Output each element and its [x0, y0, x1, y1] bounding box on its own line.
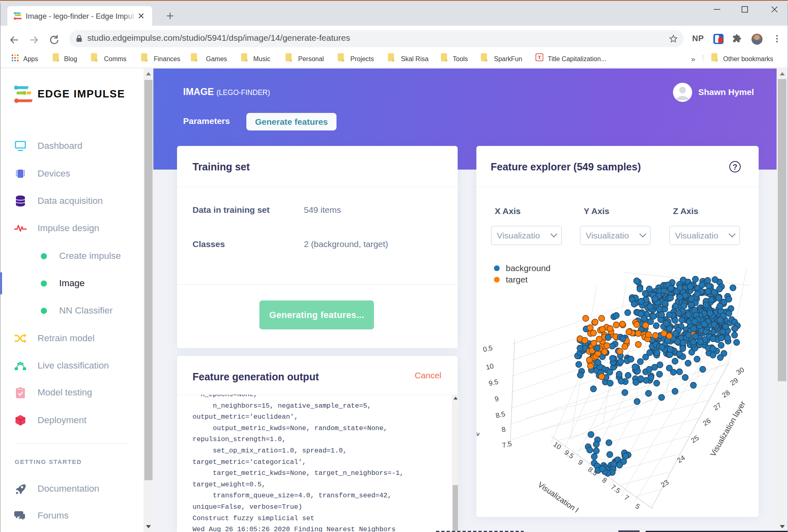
- svg-text:T: T: [538, 54, 541, 60]
